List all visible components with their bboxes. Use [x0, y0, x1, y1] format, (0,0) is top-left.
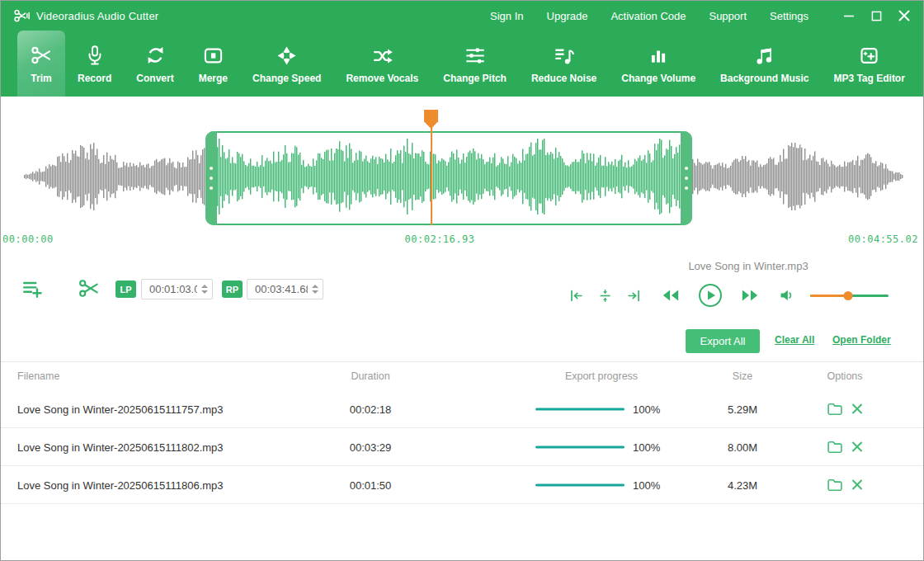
- left-trim-handle[interactable]: [205, 131, 217, 225]
- go-to-end-icon[interactable]: [626, 288, 642, 304]
- progress-percent: 100%: [633, 403, 660, 415]
- remove-file-icon[interactable]: [851, 441, 864, 454]
- toolbar-item-label: Trim: [31, 73, 51, 84]
- merge-square-icon: [202, 44, 224, 67]
- volume-thumb[interactable]: [843, 291, 852, 300]
- cell-export-progress: 100%: [535, 478, 667, 491]
- progress-bar: [535, 408, 625, 410]
- cell-duration: 00:01:50: [329, 478, 412, 491]
- menu-upgrade[interactable]: Upgrade: [547, 10, 588, 22]
- table-body: Love Song in Winter-20250615111757.mp300…: [1, 390, 923, 504]
- table-row: Love Song in Winter-20250615111802.mp300…: [1, 428, 923, 466]
- remove-file-icon[interactable]: [851, 478, 864, 492]
- dpad-cross-icon: [276, 44, 298, 67]
- open-file-folder-icon[interactable]: [827, 478, 843, 492]
- toolbar-item-label: Change Volume: [621, 73, 695, 84]
- maximize-icon[interactable]: [871, 11, 882, 21]
- toolbar-item-merge[interactable]: Merge: [186, 31, 240, 97]
- toolbar-item-label: Convert: [136, 73, 173, 84]
- note-lines-icon: [553, 44, 576, 67]
- menu-settings[interactable]: Settings: [770, 10, 808, 22]
- open-file-folder-icon[interactable]: [827, 440, 843, 454]
- time-labels: 00:00:00 00:02:16.93 00:04:55.02: [1, 233, 923, 250]
- time-end: 00:04:55.02: [848, 233, 918, 245]
- cell-options: [818, 478, 872, 492]
- toolbar-item-label: Change Pitch: [443, 73, 507, 84]
- convert-arrows-icon: [144, 44, 167, 67]
- left-point-stepper[interactable]: [201, 280, 208, 299]
- volume-bars-icon: [648, 44, 669, 67]
- cell-filename: Love Song in Winter-20250615111806.mp3: [17, 478, 224, 491]
- toolbar: TrimRecordConvertMergeChange SpeedRemove…: [1, 31, 923, 97]
- right-point-badge: RP: [222, 280, 243, 298]
- menu-sign-in[interactable]: Sign In: [490, 10, 523, 22]
- waveform-panel: 00:00:00 00:02:16.93 00:04:55.02: [1, 97, 923, 253]
- open-folder-link[interactable]: Open Folder: [832, 334, 891, 346]
- table-row: Love Song in Winter-20250615111757.mp300…: [1, 390, 923, 428]
- table-header: Filename Duration Export progress Size O…: [1, 362, 923, 390]
- rewind-icon[interactable]: [662, 288, 680, 303]
- export-file-table: Filename Duration Export progress Size O…: [1, 362, 923, 504]
- col-options: Options: [818, 370, 872, 382]
- menu-activation-code[interactable]: Activation Code: [610, 10, 686, 22]
- toolbar-item-label: Record: [78, 73, 111, 84]
- toolbar-item-background-music[interactable]: Background Music: [708, 31, 821, 97]
- toolbar-item-change-pitch[interactable]: Change Pitch: [431, 31, 519, 97]
- toolbar-item-trim[interactable]: Trim: [17, 31, 65, 97]
- toolbar-item-remove-vocals[interactable]: Remove Vocals: [333, 31, 431, 97]
- add-to-list-icon[interactable]: [21, 278, 44, 299]
- right-point-stepper[interactable]: [312, 280, 318, 299]
- shuffle-arrows-icon: [370, 44, 394, 67]
- menu-support[interactable]: Support: [709, 10, 747, 22]
- cell-filename: Love Song in Winter-20250615111802.mp3: [17, 441, 224, 453]
- app-logo: Videoradius Audio Cutter: [12, 7, 158, 25]
- controls-section: LP RP Love Song in Winter.mp3: [1, 253, 923, 362]
- playhead-line: [431, 123, 432, 225]
- center-playhead-icon[interactable]: [597, 288, 613, 304]
- close-icon[interactable]: [898, 10, 910, 21]
- toolbar-item-convert[interactable]: Convert: [124, 31, 186, 97]
- window-controls: [843, 10, 915, 21]
- time-current: 00:02:16.93: [405, 233, 475, 245]
- titlebar: Videoradius Audio Cutter Sign In Upgrade…: [1, 1, 923, 31]
- remove-file-icon[interactable]: [851, 403, 864, 416]
- player-area: Love Song in Winter.mp3: [568, 260, 889, 308]
- right-point-input-wrap: [247, 279, 323, 299]
- toolbar-item-change-volume[interactable]: Change Volume: [609, 31, 708, 97]
- go-to-start-icon[interactable]: [568, 288, 584, 304]
- cell-options: [818, 402, 872, 416]
- trim-selection-box[interactable]: [205, 131, 692, 225]
- forward-icon[interactable]: [741, 288, 759, 303]
- toolbar-item-change-speed[interactable]: Change Speed: [240, 31, 333, 97]
- progress-percent: 100%: [633, 441, 660, 453]
- cell-size: 4.23M: [707, 478, 778, 491]
- toolbar-item-label: Change Speed: [252, 73, 321, 84]
- right-trim-handle[interactable]: [681, 131, 692, 225]
- toolbar-item-reduce-noise[interactable]: Reduce Noise: [519, 31, 609, 97]
- toolbar-item-label: Background Music: [720, 73, 808, 84]
- cell-duration: 00:02:18: [329, 403, 412, 415]
- microphone-icon: [84, 44, 106, 67]
- transport-controls: [568, 283, 889, 308]
- volume-fill: [810, 295, 848, 297]
- left-point-input-wrap: [141, 279, 213, 299]
- open-file-folder-icon[interactable]: [827, 402, 843, 416]
- current-filename: Love Song in Winter.mp3: [568, 260, 889, 272]
- volume-slider[interactable]: [810, 290, 889, 301]
- play-button[interactable]: [698, 283, 723, 308]
- speaker-icon[interactable]: [779, 287, 795, 304]
- sliders-icon: [464, 44, 487, 67]
- col-duration: Duration: [329, 370, 412, 382]
- export-all-button[interactable]: Export All: [686, 329, 760, 353]
- table-row: Love Song in Winter-20250615111806.mp300…: [1, 466, 923, 504]
- col-filename: Filename: [17, 370, 59, 382]
- progress-bar: [535, 483, 625, 486]
- toolbar-item-mp3-tag-editor[interactable]: MP3 Tag Editor: [821, 31, 917, 97]
- minimize-icon[interactable]: [843, 10, 855, 21]
- toolbar-item-label: Reduce Noise: [531, 73, 596, 84]
- cell-duration: 00:03:29: [329, 441, 412, 453]
- clear-all-link[interactable]: Clear All: [775, 334, 814, 346]
- cut-scissors-icon[interactable]: [78, 277, 100, 299]
- cell-size: 5.29M: [707, 403, 778, 415]
- toolbar-item-record[interactable]: Record: [65, 31, 124, 97]
